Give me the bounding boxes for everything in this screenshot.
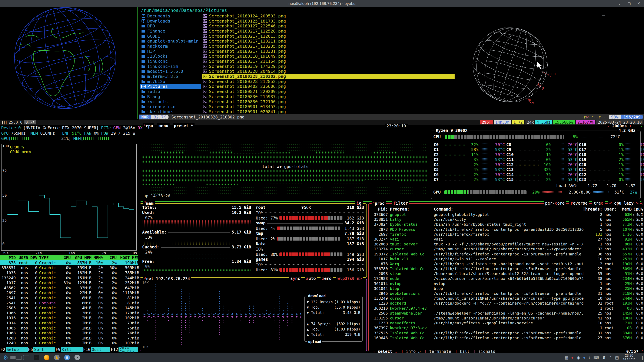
process-row[interactable]: 337525 Isolated Web Co /usr/lib/firefox/… <box>370 331 642 336</box>
maximize-icon[interactable]: ▢ <box>628 1 631 6</box>
sidebar-folder-science_rcn[interactable]: science_rcn <box>140 104 201 109</box>
process-row[interactable]: 363274 yazi yazi 27 nos 92M 0.0 <box>370 237 642 242</box>
sidebar-folder-mcedit-1.5.6.0[interactable]: mcedit-1.5.6.0 <box>140 69 201 74</box>
process-row[interactable]: 360210 kworker/u97:4-ev 1 root 0B 0.0 <box>370 306 642 311</box>
gpu-process-row[interactable]: 2697nos0Graphic0%22MiB0%0%1113MiB <box>0 290 138 296</box>
process-row[interactable]: 2873 RDD Process /usr/lib/firefox/firefo… <box>370 227 642 232</box>
file-item[interactable]: Screenshot_20180127_222546.png <box>202 23 454 28</box>
fkey-kill[interactable]: F9Kill <box>55 347 83 352</box>
minimize-icon[interactable]: ⌄ <box>618 1 621 6</box>
process-row[interactable]: 373824 byobu-status /bin/sh /usr/bin/byo… <box>370 222 642 227</box>
process-row[interactable]: 133249 cursor /tmp/.mount_CursorIINMaF/u… <box>370 296 642 301</box>
process-row[interactable]: 1220 dockerd /usr/bin/dockerd -H fd:// -… <box>370 301 642 306</box>
sidebar-folder-linuxcnc[interactable]: linuxcnc <box>140 59 201 64</box>
gpu-process-row[interactable]: 1240nos0Graphic0%2MiB0%0%107MiB <box>0 341 138 346</box>
gpu-process-row[interactable]: 2505nos0Graphic0%4MiB0%0%145MiB <box>0 306 138 311</box>
sidebar-folder-Finance[interactable]: Finance <box>140 28 201 34</box>
fkey-setup[interactable]: F2Setup <box>0 347 28 352</box>
gpu-process-row[interactable]: 1017nos0Graphic31%123MiB2%2%252MiB <box>0 280 138 286</box>
process-row[interactable]: 361044 btop btop 2 nos 25M 0.0 <box>370 286 642 291</box>
firefox-icon[interactable] <box>42 354 51 361</box>
update-interval-control[interactable]: - 2000ms + <box>606 124 633 128</box>
file-item[interactable]: Screenshot_20180830_232100.png <box>202 99 454 104</box>
btop-tab-cpu[interactable]: 1cpu <box>142 123 154 128</box>
file-item[interactable]: Screenshot_20180328_204914.png <box>202 69 454 74</box>
file-item[interactable]: Screenshot_20180217_113331.png <box>202 49 454 54</box>
proc-control-reverse[interactable]: reverse <box>569 201 589 205</box>
proc-control-tree[interactable]: tree <box>592 201 605 205</box>
tmux-pane-divider[interactable] <box>138 7 138 119</box>
sidebar-folder-GCODE[interactable]: GCODE <box>140 34 201 39</box>
tray-caret-up-icon[interactable]: ⌃ <box>609 355 612 360</box>
sidebar-folder-Rlang[interactable]: Rlang <box>140 94 201 99</box>
sidebar-folder-Downloads[interactable]: Downloads <box>140 18 201 23</box>
kitty-icon[interactable]: 🐈 <box>53 354 61 361</box>
tray-net-arrows-icon[interactable]: ⇵ <box>602 355 606 360</box>
process-row[interactable]: 358851 kitty /usr/bin/kitty 6 nos 565M 2… <box>370 217 642 222</box>
file-item[interactable]: Screenshot_20180901_013453.png <box>202 104 454 109</box>
file-item[interactable]: Screenshot_20180124_200503.png <box>202 13 454 18</box>
tray-panel-icon[interactable]: ▤ <box>615 355 619 360</box>
sidebar-folder-Documents[interactable]: Documents <box>140 13 201 18</box>
sidebar-folder-HIP[interactable]: HIP <box>140 49 201 54</box>
sidebar-folder-radio[interactable]: radio <box>140 89 201 94</box>
sidebar-folder-linuxcnc-sim[interactable]: linuxcnc-sim <box>140 64 201 69</box>
tray-screen-icon[interactable]: ▦ <box>564 355 568 360</box>
sidebar-folder-sketchbook[interactable]: sketchbook <box>140 109 201 114</box>
gpu-process-row[interactable]: 1068nos0Graphic0%2MiB0%0%76MiB <box>0 331 138 336</box>
taskbar-clock[interactable]: 23:20 24.3.2025 <box>619 354 640 361</box>
file-item[interactable]: Screenshot_20180328_212852.png <box>202 79 454 84</box>
sidebar-folder-rvctools[interactable]: rvctools <box>140 99 201 104</box>
gpu-process-row[interactable]: 2541nos0Compute0%8MiB0%0%81MiB <box>0 300 138 306</box>
btop-tab-menu[interactable]: menu <box>157 123 170 128</box>
process-row[interactable]: 1017 kwin_x11 /usr/bin/kwin_x11 --replac… <box>370 257 642 262</box>
file-item[interactable]: Screenshot_20180125_181703.png <box>202 18 454 23</box>
file-item[interactable]: Screenshot_20180310_191049.png <box>202 54 454 59</box>
gimp-icon[interactable]: ● <box>73 354 81 361</box>
fkey-quit[interactable]: F10Quit <box>83 347 110 352</box>
pager-icon[interactable] <box>12 354 20 361</box>
gpu-process-row[interactable]: 43562nos0Graphic0%33MiB0%0%647MiB <box>0 286 138 291</box>
gpu-process-row[interactable]: 1066nos0Graphic0%3MiB0%0%179MiB <box>0 311 138 316</box>
sidebar-folder-hackterm[interactable]: hackterm <box>140 44 201 49</box>
file-item[interactable]: Screenshot_20180217_113211.png <box>202 38 454 44</box>
gpu-process-row[interactable]: 1033nos0Graphic0%182MiB2%0%785MiB <box>0 270 138 275</box>
gpu-process-row[interactable]: 1260nos0Graphic0%2MiB0%0%77MiB <box>0 336 138 341</box>
file-item[interactable]: Screenshot_20180217_113235.png <box>202 44 454 49</box>
file-item[interactable]: Screenshot_20180821_220209.png <box>202 89 454 94</box>
gpu-process-row[interactable]: 133249nos0Graphic0%151MiB2%0%244MiB <box>0 275 138 280</box>
tray-audio-icon[interactable]: ♪ <box>588 355 590 360</box>
process-row[interactable]: 172988 node /vscode/cursor-server/bin/li… <box>370 276 642 281</box>
panel-edge-button[interactable]: ❙ <box>640 354 644 361</box>
process-row[interactable]: 133274 cursor /tmp/.mount_CursorIINMaF/u… <box>370 247 642 252</box>
file-item[interactable]: Screenshot_20180328_210302.png <box>202 74 454 79</box>
tray-keyboard-icon[interactable]: ⌨ <box>594 355 599 360</box>
file-item[interactable]: Screenshot_20180319_174329.png <box>202 64 454 69</box>
process-row[interactable]: 373667 gnuplot gnuplot globekitty.gplot … <box>370 212 642 217</box>
sidebar-folder-gnuplot-gnuplot-main[interactable]: gnuplot-gnuplot-main <box>140 38 201 44</box>
display-icon[interactable] <box>22 354 30 361</box>
sidebar-folder-mlterm-3.8.6[interactable]: mlterm-3.8.6 <box>140 74 201 79</box>
gpu-process-row[interactable]: 878root0Graphic0%857MiB10%2%190MiB <box>0 260 138 265</box>
file-item[interactable]: Screenshot_20180217_112528.png <box>202 28 454 34</box>
file-item[interactable]: Screenshot_20180217_112613.png <box>202 34 454 39</box>
gpu-process-row[interactable]: 1016nos0Graphic0%2MiB0%0%102MiB <box>0 316 138 321</box>
process-row[interactable]: 2505 steamwebhelper ./steamwebhelper -no… <box>370 311 642 316</box>
process-row[interactable]: 2697 firefox /usr/lib/firefox/firefox 13… <box>370 232 642 237</box>
process-row[interactable]: 367397 kworker/u97:3-ev 1 root 0B 0.0 <box>370 326 642 331</box>
sidebar-folder-J2Blocks[interactable]: J2Blocks <box>140 54 201 59</box>
fkey-sort[interactable]: F6Sort <box>28 347 55 352</box>
process-row[interactable]: 133195 cursor /tmp/.mount_CursorIINMaF/u… <box>370 316 642 321</box>
process-row[interactable]: 2946 WebExtensions /usr/lib/firefox/fire… <box>370 291 642 296</box>
io-mode-toggle[interactable]: io <box>355 201 363 205</box>
btop-tab-preset[interactable]: preset * <box>172 123 195 128</box>
konsole-icon[interactable]: >_ <box>32 354 40 361</box>
tray-steam-icon[interactable]: ◉ <box>576 355 580 360</box>
close-icon[interactable]: ✕ <box>637 1 640 6</box>
filter-button[interactable]: filter <box>392 201 409 205</box>
file-item[interactable]: Screenshot_20180317_211154.png <box>202 59 454 64</box>
gpu-process-row[interactable]: 1065nos0Graphic0%2MiB0%0%75MiB <box>0 326 138 331</box>
sidebar-folder-Pictures[interactable]: Pictures <box>140 84 201 89</box>
tmux-window-tab[interactable]: 0:-* <box>24 120 36 124</box>
process-row[interactable]: 198372 Isolated Web Co /usr/lib/firefox/… <box>370 252 642 257</box>
